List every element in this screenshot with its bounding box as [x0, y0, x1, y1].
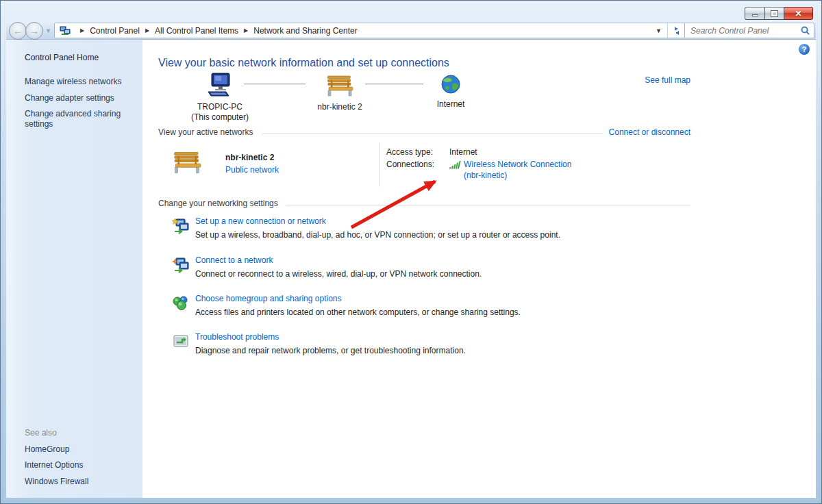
connect-or-disconnect-link[interactable]: Connect or disconnect — [609, 127, 690, 137]
map-node-label: TROPIC-PC — [189, 102, 251, 112]
refresh-icon — [673, 26, 681, 36]
computer-icon — [206, 73, 234, 97]
sidebar-item-control-panel-home[interactable]: Control Panel Home — [25, 53, 134, 63]
breadcrumb-arrow-icon: ▶ — [140, 27, 155, 34]
forward-icon: → — [29, 25, 39, 36]
wireless-signal-icon — [449, 160, 461, 169]
troubleshoot-icon — [172, 333, 190, 350]
address-bar[interactable]: ▶ Control Panel ▶ All Control Panel Item… — [54, 23, 686, 38]
refresh-button[interactable] — [667, 23, 685, 38]
network-sharing-center-window: ✕ ← → ▼ ▶ Control Panel ▶ All Control Pa… — [0, 0, 822, 504]
networking-settings-section: Change your networking settings — [158, 199, 690, 210]
window-controls: ✕ — [745, 7, 813, 20]
breadcrumb-all-items[interactable]: All Control Panel Items — [155, 26, 238, 36]
main-content: ? View your basic network information an… — [142, 40, 816, 498]
minimize-button[interactable] — [745, 7, 765, 20]
new-connection-icon — [172, 218, 190, 234]
troubleshoot-problems-desc: Diagnose and repair network problems, or… — [195, 346, 466, 355]
sidebar-item-windows-firewall[interactable]: Windows Firewall — [25, 477, 134, 487]
access-type-value: Internet — [449, 147, 571, 157]
maximize-icon — [771, 11, 777, 16]
connections-label: Connections: — [386, 160, 449, 180]
setup-new-connection-link[interactable]: Set up a new connection or network — [195, 216, 326, 226]
sidebar-item-change-adapter-settings[interactable]: Change adapter settings — [25, 93, 134, 103]
internet-globe-icon — [440, 74, 461, 94]
search-box[interactable] — [684, 23, 814, 38]
breadcrumb-network-sharing-center[interactable]: Network and Sharing Center — [253, 26, 357, 36]
search-input[interactable] — [685, 26, 801, 36]
breadcrumb-arrow-icon: ▶ — [75, 27, 90, 34]
map-node-internet[interactable]: Internet — [427, 74, 475, 110]
see-also-heading: See also — [25, 428, 134, 438]
breadcrumb-control-panel[interactable]: Control Panel — [90, 26, 140, 36]
search-icon — [801, 26, 814, 35]
back-icon: ← — [13, 25, 23, 36]
breadcrumb-arrow-icon: ▶ — [238, 27, 253, 34]
map-node-sublabel: (This computer) — [189, 112, 251, 123]
forward-button[interactable]: → — [25, 22, 43, 40]
sidebar-item-internet-options[interactable]: Internet Options — [25, 460, 134, 470]
page-title: View your basic network information and … — [158, 57, 449, 69]
address-dropdown-icon[interactable]: ▼ — [650, 27, 667, 34]
recent-pages-chevron-icon[interactable]: ▼ — [45, 27, 51, 34]
setup-new-connection-desc: Set up a wireless, broadband, dial-up, a… — [195, 230, 560, 240]
access-type-label: Access type: — [386, 147, 449, 157]
network-sharing-icon — [60, 25, 71, 36]
map-connection-line — [244, 84, 306, 85]
window-body: Control Panel Home Manage wireless netwo… — [6, 40, 816, 498]
wireless-connection-link-line2[interactable]: (nbr-kinetic) — [464, 171, 571, 180]
map-connection-line — [365, 84, 423, 85]
connect-network-icon — [172, 257, 190, 273]
homegroup-options-desc: Access files and printers located on oth… — [195, 307, 521, 317]
card-divider — [379, 142, 380, 187]
section-rule — [286, 205, 690, 205]
minimize-icon — [752, 14, 758, 16]
sidebar: Control Panel Home Manage wireless netwo… — [6, 40, 142, 498]
bench-icon — [324, 74, 356, 97]
map-node-label: nbr-kinetic 2 — [309, 102, 371, 112]
networking-settings-heading: Change your networking settings — [158, 199, 278, 208]
connect-to-network-link[interactable]: Connect to a network — [195, 255, 273, 265]
wireless-connection-link[interactable]: Wireless Network Connection — [464, 160, 571, 169]
sidebar-item-change-advanced-sharing-settings[interactable]: Change advanced sharing settings — [25, 109, 129, 129]
see-full-map-link[interactable]: See full map — [645, 75, 690, 85]
close-button[interactable]: ✕ — [784, 7, 813, 20]
active-network-card: nbr-kinetic 2 Public network Access type… — [158, 142, 699, 192]
map-node-label: Internet — [427, 99, 475, 110]
sidebar-item-homegroup[interactable]: HomeGroup — [25, 444, 134, 455]
homegroup-icon — [172, 295, 190, 312]
help-icon[interactable]: ? — [799, 44, 810, 55]
active-network-name: nbr-kinetic 2 — [225, 153, 274, 162]
homegroup-options-link[interactable]: Choose homegroup and sharing options — [195, 294, 341, 303]
connect-to-network-desc: Connect or reconnect to a wireless, wire… — [195, 269, 482, 279]
active-networks-heading: View your active networks — [158, 127, 253, 137]
maximize-button[interactable] — [765, 7, 784, 20]
close-icon: ✕ — [795, 10, 801, 18]
active-networks-section: View your active networks Connect or dis… — [158, 127, 690, 138]
public-network-bench-icon — [171, 148, 203, 177]
map-node-network[interactable]: nbr-kinetic 2 — [309, 74, 371, 112]
map-node-this-computer[interactable]: TROPIC-PC (This computer) — [189, 73, 251, 123]
sidebar-item-manage-wireless-networks[interactable]: Manage wireless networks — [25, 77, 134, 87]
section-rule — [262, 134, 603, 134]
troubleshoot-problems-link[interactable]: Troubleshoot problems — [195, 332, 279, 342]
public-network-link[interactable]: Public network — [225, 165, 279, 175]
navigation-toolbar: ← → ▼ ▶ Control Panel ▶ All Control Pane… — [6, 21, 816, 40]
back-button[interactable]: ← — [9, 22, 27, 40]
